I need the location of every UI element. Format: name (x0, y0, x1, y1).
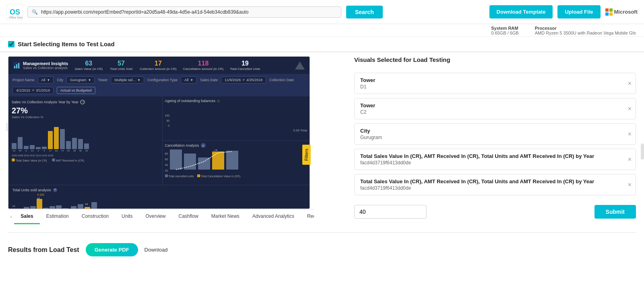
tabs-bar: ‹ Sales Estimation Construction Units Ov… (8, 209, 314, 224)
divider (8, 232, 636, 233)
upload-file-button[interactable]: Upload File (557, 5, 600, 18)
svg-rect-13 (226, 151, 238, 170)
download-template-button[interactable]: Download Template (489, 5, 553, 18)
input-row: Submit (354, 205, 636, 219)
svg-rect-5 (16, 64, 17, 68)
tab-units[interactable]: Units (115, 209, 139, 224)
tab-overview[interactable]: Overview (139, 209, 172, 224)
url-bar[interactable]: 🔍 https://app.powerbi.com/reportEmbed?re… (27, 6, 341, 18)
visual-card-2-title: Tower (360, 102, 630, 109)
logo: OS Office Solution (6, 4, 23, 20)
visual-card-5-close[interactable]: × (628, 182, 632, 188)
svg-text:OS: OS (10, 8, 20, 16)
sysinfo-bar: System RAM 0.65GB / 6GB Processor AMD Ry… (0, 24, 644, 37)
start-selecting-checkbox[interactable] (8, 41, 14, 47)
filter-project[interactable]: All▼ (38, 76, 54, 84)
visual-card-3-close[interactable]: × (628, 131, 632, 137)
tab-red-alert[interactable]: Red Alert (301, 209, 314, 224)
submit-button[interactable]: Submit (594, 205, 636, 219)
results-bar: Results from Load Test Generate PDF Down… (0, 237, 644, 263)
repeat-count-input[interactable] (354, 205, 427, 219)
kpi-1: 63 Sales Value (in CR) (74, 60, 103, 71)
pbi-left-chart: Sales Vs Collection Analysis Year by Yea… (8, 96, 162, 185)
powerbi-preview: Management Insights Sales vs Collection … (8, 56, 310, 209)
main-content: ‹ › Filters Management Insights Sales vs… (0, 52, 644, 228)
visual-card-2-close[interactable]: × (628, 106, 632, 112)
svg-rect-9 (170, 149, 182, 170)
pbi-ageing-chart: Ageing of outstanding balances ◇ 100500 … (163, 96, 310, 141)
kpi-5: 19 Total Cancelled Units (230, 60, 260, 71)
header-right: Download Template Upload File Microsoft (489, 5, 638, 18)
visual-card-5: Total Sales Value In (CR), AMT Received … (354, 174, 636, 195)
filter-sales-date[interactable]: 11/9/2026↺4/25/2018 (221, 76, 266, 84)
filters-tab[interactable]: Filters (302, 145, 311, 165)
visual-card-4: Total Sales Value In (CR), AMT Received … (354, 149, 636, 170)
pbi-title-area: Management Insights Sales vs Collection … (23, 61, 68, 70)
visual-card-5-title: Total Sales Value In (CR), AMT Received … (360, 178, 630, 184)
filter-tower[interactable]: Multiple sel...▼ (111, 76, 144, 84)
pbi-filters-row: Project Name All▼ City Gurugram▼ Tower M… (8, 74, 310, 96)
visual-card-4-close[interactable]: × (628, 156, 632, 163)
download-link[interactable]: Download (144, 247, 168, 253)
svg-rect-11 (198, 158, 210, 170)
svg-rect-6 (18, 63, 19, 68)
visuals-list: Tower D1 × Tower C2 × City Gurugram × To… (354, 73, 636, 199)
checkbox-bar: Start Selecting Items to Test Load (0, 37, 644, 52)
url-icon: 🔍 (32, 9, 38, 15)
microsoft-logo: Microsoft (605, 8, 638, 16)
pbi-header: Management Insights Sales vs Collection … (8, 57, 310, 74)
microsoft-icon (605, 8, 613, 16)
generate-pdf-button[interactable]: Generate PDF (86, 243, 138, 256)
filter-view[interactable]: Actual vs Budgeted (57, 87, 95, 94)
tab-advanced-analytics[interactable]: Advanced Analytics (246, 209, 301, 224)
visual-card-1-sub: D1 (360, 84, 630, 90)
visuals-title: Visuals Selected for Load Testing (354, 56, 636, 66)
visual-card-3-title: City (360, 128, 630, 134)
svg-text:74: 74 (214, 149, 217, 151)
tab-estimation[interactable]: Estimation (40, 209, 75, 224)
pbi-charts-area: Sales Vs Collection Analysis Year by Yea… (8, 96, 310, 185)
pbi-right-charts: Ageing of outstanding balances ◇ 100500 … (162, 96, 310, 185)
kpi-4: 118 Cancellation amount (in CR) (183, 60, 224, 71)
visual-card-4-title: Total Sales Value In (CR), AMT Received … (360, 153, 630, 159)
visual-card-4-sub: facd4d3719f6413dd0de (360, 160, 630, 166)
svg-point-16 (55, 189, 56, 190)
tab-sales[interactable]: Sales (14, 209, 39, 224)
pbi-units-chart: Total Units sold analysis 6K4K 6,328 37 (8, 185, 310, 209)
visual-card-1-close[interactable]: × (628, 80, 632, 87)
triangle-icon (295, 61, 305, 70)
scrollbar-thumb[interactable] (641, 143, 644, 160)
kpi-2: 57 Total Units Sold (109, 60, 133, 71)
start-selecting-label: Start Selecting Items to Test Load (18, 41, 115, 47)
visual-card-5-sub: facd4d3719f6413dd0de (360, 185, 630, 191)
tab-prev-arrow[interactable]: ‹ (8, 211, 14, 222)
visuals-panel: Visuals Selected for Load Testing Tower … (346, 56, 644, 224)
tab-market-news[interactable]: Market News (205, 209, 246, 224)
svg-text:?: ? (82, 100, 84, 104)
visual-card-3: City Gurugram × (354, 123, 636, 145)
processor-info: Processor AMD Ryzen 5 3500U with Radeon … (535, 26, 636, 35)
tab-cashflow[interactable]: Cashflow (172, 209, 204, 224)
search-button[interactable]: Search (346, 6, 383, 18)
svg-point-15 (53, 188, 57, 192)
svg-rect-4 (14, 66, 15, 68)
visual-card-1-title: Tower (360, 77, 630, 83)
kpi-3: 17 Collection amount (in CR) (140, 60, 177, 71)
visual-card-3-sub: Gurugram (360, 135, 630, 140)
powerbi-panel: ‹ › Filters Management Insights Sales vs… (0, 56, 346, 224)
ram-info: System RAM 0.65GB / 6GB (491, 26, 518, 35)
visual-card-2: Tower C2 × (354, 98, 636, 119)
svg-rect-12 (212, 152, 224, 170)
pbi-cancellation-chart: Cancellation Analysis × 80604020 (163, 141, 310, 185)
filter-city[interactable]: Gurugram▼ (66, 76, 95, 84)
filter-collection-date[interactable]: 4/1/2015↺3/1/2019 (12, 87, 54, 94)
tab-construction[interactable]: Construction (75, 209, 115, 224)
visual-card-2-sub: C2 (360, 109, 630, 115)
visual-card-1: Tower D1 × (354, 73, 636, 94)
url-text: https://app.powerbi.com/reportEmbed?repo… (41, 9, 337, 15)
svg-text:Office Solution: Office Solution (9, 16, 23, 19)
filter-config[interactable]: All▼ (181, 76, 197, 84)
results-label: Results from Load Test (8, 246, 79, 254)
header: OS Office Solution 🔍 https://app.powerbi… (0, 0, 644, 24)
